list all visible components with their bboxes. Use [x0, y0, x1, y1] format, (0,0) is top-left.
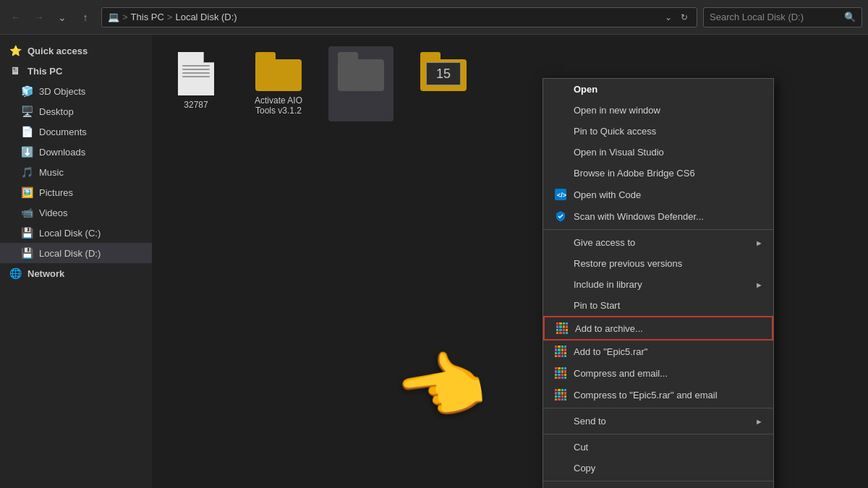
sidebar-item-label-pictures: Pictures	[39, 187, 73, 198]
doc-line-1	[182, 65, 210, 67]
ctx-add-epic5[interactable]: Add to "Epic5.rar"	[543, 341, 773, 362]
ctx-open-new-window[interactable]: Open in new window	[543, 100, 773, 121]
folder-icon-15: 15	[420, 52, 467, 91]
sidebar-item-label-documents: Documents	[39, 127, 87, 137]
winrar-icon-compress-epic5	[553, 389, 568, 401]
local-c-icon: 💾	[20, 226, 33, 239]
ctx-send-to[interactable]: Send to ►	[543, 411, 773, 432]
file-label-32787: 32787	[184, 100, 208, 110]
pictures-icon: 🖼️	[20, 186, 33, 199]
ctx-compress-email[interactable]: Compress and email...	[543, 362, 773, 384]
ctx-copy[interactable]: Copy	[543, 458, 773, 479]
ctx-give-access[interactable]: Give access to ►	[543, 232, 773, 253]
sidebar-quick-access[interactable]: ⭐ Quick access	[0, 40, 152, 61]
sidebar-item-desktop[interactable]: 🖥️ Desktop	[0, 101, 152, 121]
vscode-icon: </>	[553, 189, 568, 200]
ctx-open-code-label: Open with Code	[574, 189, 641, 200]
doc-icon-32787	[178, 52, 214, 95]
nav-buttons: ← → ⌄ ↑	[6, 7, 95, 27]
music-icon: 🎵	[20, 166, 33, 179]
ctx-cut[interactable]: Cut	[543, 437, 773, 458]
ctx-add-archive[interactable]: Add to archive...	[543, 316, 773, 341]
ctx-pin-quick[interactable]: Pin to Quick access	[543, 121, 773, 142]
ctx-defender[interactable]: Scan with Windows Defender...	[543, 205, 773, 227]
dropdown-button[interactable]: ⌄	[52, 7, 72, 27]
sidebar-item-local-c[interactable]: 💾 Local Disk (C:)	[0, 223, 152, 243]
sidebar-item-documents[interactable]: 📄 Documents	[0, 121, 152, 142]
defender-icon	[553, 210, 568, 222]
ctx-pin-start-label: Pin to Start	[574, 300, 620, 311]
file-item-32787[interactable]: 32787	[163, 46, 229, 121]
ctx-defender-label: Scan with Windows Defender...	[574, 211, 704, 222]
address-separator: >	[122, 12, 128, 22]
sidebar-item-label-3d: 3D Objects	[39, 86, 85, 97]
file-item-15[interactable]: 15	[411, 46, 476, 121]
this-pc-label: This PC	[27, 66, 62, 77]
address-bar[interactable]: 💻 > This PC > Local Disk (D:) ⌄ ↻	[101, 7, 697, 27]
ctx-open-new-label: Open in new window	[574, 105, 660, 116]
folder-content-preview: 15	[426, 62, 461, 85]
refresh-btn[interactable]: ↻	[678, 11, 691, 24]
ctx-open-code[interactable]: </> Open with Code	[543, 184, 773, 205]
ctx-separator-1	[543, 229, 773, 230]
address-icon: 💻	[108, 12, 119, 22]
sidebar-item-label-music: Music	[39, 167, 64, 178]
dropdown-addr-btn[interactable]: ⌄	[662, 11, 675, 24]
main-layout: ⭐ Quick access 🖥 This PC 🧊 3D Objects 🖥️…	[0, 35, 868, 488]
sidebar-item-label-downloads: Downloads	[39, 147, 85, 158]
back-button[interactable]: ←	[6, 7, 26, 27]
ctx-include-library-arrow: ►	[755, 281, 763, 289]
documents-icon: 📄	[20, 125, 33, 138]
sidebar-item-downloads[interactable]: ⬇️ Downloads	[0, 142, 152, 162]
sidebar-network[interactable]: 🌐 Network	[0, 263, 152, 283]
sidebar-item-3d-objects[interactable]: 🧊 3D Objects	[0, 81, 152, 101]
search-bar[interactable]: Search Local Disk (D:) 🔍	[703, 7, 862, 27]
context-menu: Open Open in new window Pin to Quick acc…	[542, 78, 774, 488]
search-placeholder: Search Local Disk (D:)	[710, 12, 804, 22]
ctx-open-vs[interactable]: Open in Visual Studio	[543, 142, 773, 163]
file-item-selected[interactable]	[328, 46, 393, 121]
winrar-icon-compress	[553, 367, 568, 379]
folder-icon-activate	[255, 52, 302, 91]
ctx-adobe[interactable]: Browse in Adobe Bridge CS6	[543, 163, 773, 184]
ctx-pin-start[interactable]: Pin to Start	[543, 295, 773, 316]
ctx-create-shortcut[interactable]: Create shortcut	[543, 484, 773, 488]
forward-button[interactable]: →	[29, 7, 49, 27]
toolbar: ← → ⌄ ↑ 💻 > This PC > Local Disk (D:) ⌄ …	[0, 0, 868, 35]
sidebar-this-pc[interactable]: 🖥 This PC	[0, 61, 152, 81]
sidebar-item-local-d[interactable]: 💾 Local Disk (D:)	[0, 243, 152, 263]
ctx-add-epic5-label: Add to "Epic5.rar"	[574, 346, 647, 357]
videos-icon: 📹	[20, 206, 33, 219]
file-label-activate: Activate AIOTools v3.1.2	[255, 95, 302, 116]
ctx-restore[interactable]: Restore previous versions	[543, 253, 773, 274]
folder-body	[255, 59, 302, 91]
network-icon: 🌐	[9, 267, 22, 280]
ctx-include-library[interactable]: Include in library ►	[543, 274, 773, 295]
local-d-icon: 💾	[20, 247, 33, 260]
ctx-separator-4	[543, 481, 773, 481]
ctx-open[interactable]: Open	[543, 79, 773, 100]
ctx-send-to-arrow: ►	[755, 417, 763, 426]
doc-line-2	[182, 69, 210, 70]
up-button[interactable]: ↑	[75, 7, 95, 27]
sidebar-item-videos[interactable]: 📹 Videos	[0, 202, 152, 223]
doc-line-4	[182, 76, 210, 77]
ctx-include-library-label: Include in library	[574, 279, 642, 290]
ctx-give-access-arrow: ►	[755, 239, 763, 247]
address-refresh: ⌄ ↻	[662, 11, 691, 24]
quick-access-label: Quick access	[27, 46, 88, 56]
ctx-copy-label: Copy	[574, 463, 595, 474]
ctx-open-label: Open	[574, 84, 597, 95]
folder-body-15: 15	[420, 59, 467, 91]
ctx-compress-epic5-email[interactable]: Compress to "Epic5.rar" and email	[543, 384, 773, 406]
sidebar-item-label-local-d: Local Disk (D:)	[39, 248, 101, 259]
winrar-icon-archive	[555, 322, 569, 334]
3d-objects-icon: 🧊	[20, 85, 33, 98]
file-item-activate[interactable]: Activate AIOTools v3.1.2	[246, 46, 311, 121]
ctx-separator-3	[543, 434, 773, 435]
ctx-pin-quick-label: Pin to Quick access	[574, 126, 656, 137]
sidebar-item-music[interactable]: 🎵 Music	[0, 162, 152, 182]
sidebar: ⭐ Quick access 🖥 This PC 🧊 3D Objects 🖥️…	[0, 35, 152, 488]
sidebar-item-pictures[interactable]: 🖼️ Pictures	[0, 182, 152, 202]
network-label: Network	[27, 268, 64, 279]
